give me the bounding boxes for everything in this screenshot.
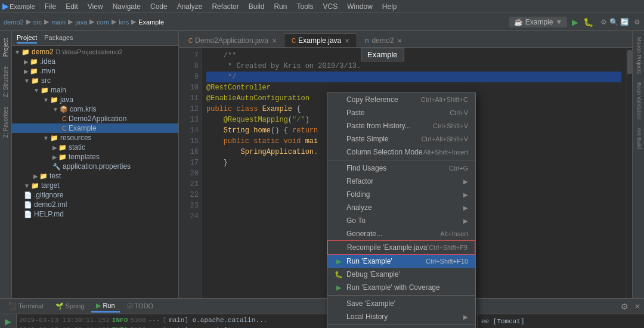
tree-gitignore[interactable]: 📄 .gitignore xyxy=(12,190,178,200)
analyze-arrow: ▶ xyxy=(463,205,468,211)
right-tab-maven[interactable]: Maven Projects xyxy=(633,33,644,78)
menu-build[interactable]: Build xyxy=(244,1,270,12)
tree-comkris[interactable]: ▼ 📦 com.kris xyxy=(12,104,178,114)
log-run-icon[interactable]: ▶ xyxy=(5,317,11,326)
ctx-folding-label: Folding xyxy=(346,190,370,199)
toolbar-main[interactable]: main xyxy=(51,18,66,26)
toolbar-src[interactable]: src xyxy=(33,18,42,26)
tree-target[interactable]: ▼ 📁 target xyxy=(12,181,178,190)
editor-tabs: C Demo2Application.java ✕ C Example.java… xyxy=(179,31,632,48)
ctx-run-coverage[interactable]: ▶ Run 'Example' with Coverage xyxy=(327,281,475,294)
menu-vcs[interactable]: VCS xyxy=(318,1,342,12)
tree-main[interactable]: ▼ 📁 main xyxy=(12,85,178,95)
proj-tab-project[interactable]: Project xyxy=(17,33,37,44)
bottom-panel-settings[interactable]: ⚙ xyxy=(621,302,628,311)
tree-appprops[interactable]: 🔧 application.properties xyxy=(12,162,178,171)
code-line-12: @RestController xyxy=(206,82,621,93)
bottom-tab-todo[interactable]: ☑TODO xyxy=(122,301,159,312)
tab-demo2app-close[interactable]: ✕ xyxy=(272,38,277,44)
code-line-9: * Created by Kris on 2019/3/13. xyxy=(206,61,621,72)
menu-run[interactable]: Run xyxy=(269,1,292,12)
bottom-tab-terminal[interactable]: ⬛Terminal xyxy=(4,301,48,312)
bottom-tab-spring[interactable]: 🌱Spring xyxy=(51,301,89,312)
run-button[interactable]: ▶ xyxy=(572,17,578,27)
ctx-debug-example-label: Debug 'Example' xyxy=(346,270,400,279)
run-config-dropdown-icon[interactable]: ▼ xyxy=(555,18,562,26)
ctx-goto[interactable]: Go To ▶ xyxy=(327,214,475,227)
bottom-tab-run[interactable]: ▶Run xyxy=(91,300,119,312)
tree-templates[interactable]: ▶ 📁 templates xyxy=(12,152,178,162)
ctx-find-usages-shortcut: Ctrl+G xyxy=(449,165,468,172)
ctx-find-usages[interactable]: Find Usages Ctrl+G xyxy=(327,162,475,175)
ctx-recompile[interactable]: Recompile 'Example.java' Ctrl+Shift+F9 xyxy=(327,240,475,255)
tree-idea[interactable]: ▶ 📁 .idea xyxy=(12,57,178,66)
tree-java[interactable]: ▼ 📁 java xyxy=(12,95,178,104)
toolbar-java[interactable]: java xyxy=(75,18,87,26)
ctx-paste[interactable]: Paste Ctrl+V xyxy=(327,106,475,119)
menu-navigate[interactable]: Navigate xyxy=(108,1,145,12)
tree-mvn[interactable]: ▶ 📁 .mvn xyxy=(12,66,178,76)
debug-button[interactable]: 🐛 xyxy=(583,17,593,27)
right-tab-ant[interactable]: Ant Build xyxy=(633,124,644,153)
tooltip-popup: Example xyxy=(361,48,404,61)
context-menu[interactable]: Copy Reference Ctrl+Alt+Shift+C Paste Ct… xyxy=(327,92,476,328)
bottom-panel-close[interactable]: ✕ xyxy=(634,302,640,311)
ctx-paste-simple[interactable]: Paste Simple Ctrl+Alt+Shift+V xyxy=(327,132,475,146)
menu-refactor[interactable]: Refactor xyxy=(207,1,243,12)
toolbar-kris[interactable]: kris xyxy=(119,18,129,26)
toolbar-settings-icon[interactable]: ⚙ xyxy=(634,18,640,26)
ctx-col-selection-label: Column Selection Mode xyxy=(346,148,422,156)
tree-root[interactable]: ▼ 📁 demo2 D:\IdeaProjects\demo2 xyxy=(12,47,178,57)
right-tab-bean[interactable]: Bean Validation xyxy=(633,79,644,123)
toolbar-example[interactable]: Example xyxy=(138,18,164,26)
tree-resources[interactable]: ▼ 📁 resources xyxy=(12,133,178,143)
tab-example[interactable]: C Example.java ✕ xyxy=(284,33,357,47)
menu-code[interactable]: Code xyxy=(145,1,172,12)
ctx-refactor[interactable]: Refactor ▶ xyxy=(327,175,475,188)
left-tab-project[interactable]: Project xyxy=(1,33,11,61)
menu-analyze[interactable]: Analyze xyxy=(172,1,208,12)
ctx-local-history[interactable]: Local History ▶ xyxy=(327,310,475,323)
tree-src[interactable]: ▼ 📁 src xyxy=(12,76,178,85)
tree-demo2iml[interactable]: 📄 demo2.iml xyxy=(12,200,178,209)
editor-scroll[interactable] xyxy=(626,48,632,298)
tab-demo2[interactable]: m demo2 ✕ xyxy=(357,34,409,47)
tab-example-close[interactable]: ✕ xyxy=(345,38,349,44)
menu-view[interactable]: View xyxy=(83,1,108,12)
tree-static[interactable]: ▶ 📁 static xyxy=(12,143,178,152)
ctx-save-example[interactable]: Save 'Example' xyxy=(327,297,475,310)
toolbar-com[interactable]: com xyxy=(97,18,109,26)
tree-example[interactable]: C Example xyxy=(12,123,178,133)
ctx-run-example[interactable]: ▶ Run 'Example' Ctrl+Shift+F10 xyxy=(327,255,475,268)
ctx-folding[interactable]: Folding ▶ xyxy=(327,188,475,201)
tab-demo2-close[interactable]: ✕ xyxy=(397,38,402,44)
menu-help[interactable]: Help xyxy=(377,1,402,12)
tree-test[interactable]: ▶ 📁 test xyxy=(12,171,178,181)
tab-demo2app[interactable]: C Demo2Application.java ✕ xyxy=(181,34,284,47)
left-tab-structure[interactable]: Z: Structure xyxy=(1,61,11,102)
tree-helpmd[interactable]: 📄 HELP.md xyxy=(12,209,178,219)
check-icon: ☑ xyxy=(127,302,133,310)
ctx-paste-simple-shortcut: Ctrl+Alt+Shift+V xyxy=(421,135,468,143)
menu-edit[interactable]: Edit xyxy=(61,1,83,12)
proj-tab-packages[interactable]: Packages xyxy=(44,33,73,44)
ctx-paste-simple-label: Paste Simple xyxy=(346,135,389,143)
scroll-indicator[interactable] xyxy=(627,50,632,74)
ctx-analyze[interactable]: Analyze ▶ xyxy=(327,201,475,214)
menu-tools[interactable]: Tools xyxy=(292,1,318,12)
ctx-col-selection[interactable]: Column Selection Mode Alt+Shift+Insert xyxy=(327,146,475,159)
menu-file[interactable]: File xyxy=(40,1,61,12)
ctx-analyze-label: Analyze xyxy=(346,203,372,212)
ctx-paste-history[interactable]: Paste from History... Ctrl+Shift+V xyxy=(327,119,475,132)
project-tree: ▼ 📁 demo2 D:\IdeaProjects\demo2 ▶ 📁 .ide… xyxy=(12,46,178,298)
ctx-sep-2 xyxy=(327,295,475,296)
ctx-copy-ref-shortcut: Ctrl+Alt+Shift+C xyxy=(421,96,468,103)
ctx-debug-example[interactable]: 🐛 Debug 'Example' xyxy=(327,268,475,281)
ctx-generate[interactable]: Generate... Alt+Insert xyxy=(327,227,475,240)
ctx-copy-ref[interactable]: Copy Reference Ctrl+Alt+Shift+C xyxy=(327,93,475,106)
tree-demo2app[interactable]: C Demo2Application xyxy=(12,114,178,123)
toolbar-demo2[interactable]: demo2 xyxy=(4,18,24,26)
menu-window[interactable]: Window xyxy=(342,1,377,12)
left-tab-favorites[interactable]: 2: Favorites xyxy=(1,102,11,143)
right-log-line-1: ee [Tomcat] xyxy=(481,317,640,326)
